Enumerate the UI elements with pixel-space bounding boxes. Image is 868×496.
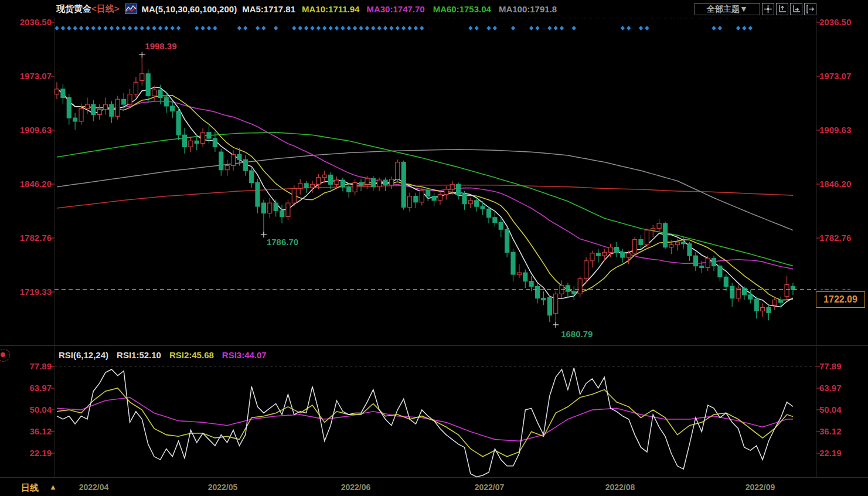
event-dot[interactable] <box>414 26 418 30</box>
event-dot[interactable] <box>639 26 643 30</box>
event-dot[interactable] <box>529 26 533 30</box>
event-dot[interactable] <box>110 26 114 30</box>
candle-down[interactable] <box>529 281 533 287</box>
event-dot[interactable] <box>401 26 406 30</box>
event-dot[interactable] <box>171 26 175 30</box>
event-dot[interactable] <box>554 26 558 30</box>
event-dot[interactable] <box>407 26 411 30</box>
event-dot[interactable] <box>298 26 302 30</box>
candle-up[interactable] <box>438 195 442 201</box>
candle-down[interactable] <box>724 277 728 286</box>
candle-down[interactable] <box>596 253 600 256</box>
candle-down[interactable] <box>91 104 96 114</box>
candle-up[interactable] <box>657 223 661 229</box>
candle-down[interactable] <box>329 175 333 184</box>
event-dot[interactable] <box>67 26 71 30</box>
candle-down[interactable] <box>426 191 430 196</box>
candle-down[interactable] <box>237 155 241 160</box>
candle-down[interactable] <box>146 74 150 96</box>
event-dot[interactable] <box>158 26 162 30</box>
candle-up[interactable] <box>134 82 138 94</box>
candle-up[interactable] <box>444 189 448 195</box>
candle-down[interactable] <box>682 242 686 244</box>
candle-up[interactable] <box>633 240 637 253</box>
candle-down[interactable] <box>523 273 527 281</box>
candle-down[interactable] <box>499 223 503 230</box>
event-dot[interactable] <box>195 26 199 30</box>
event-dot[interactable] <box>322 26 326 30</box>
candle-up[interactable] <box>675 242 679 244</box>
event-dot[interactable] <box>353 26 357 30</box>
candle-up[interactable] <box>608 247 612 253</box>
candle-up[interactable] <box>627 253 631 257</box>
event-dot[interactable] <box>79 26 83 30</box>
candle-up[interactable] <box>335 180 339 184</box>
event-dot[interactable] <box>329 26 333 30</box>
candle-down[interactable] <box>566 286 570 291</box>
event-dot[interactable] <box>213 26 217 30</box>
candle-down[interactable] <box>542 298 546 300</box>
candle-down[interactable] <box>67 97 71 118</box>
candle-down[interactable] <box>718 266 722 277</box>
candle-down[interactable] <box>213 138 217 147</box>
period-tab[interactable]: 日线 <box>21 483 39 494</box>
candle-up[interactable] <box>396 162 400 179</box>
event-dot[interactable] <box>511 26 515 30</box>
chart-canvas[interactable] <box>0 0 868 496</box>
event-dot[interactable] <box>371 26 375 30</box>
candle-down[interactable] <box>359 182 363 184</box>
candle-down[interactable] <box>243 159 247 171</box>
candle-down[interactable] <box>256 182 260 206</box>
candle-down[interactable] <box>572 291 576 294</box>
candle-down[interactable] <box>621 252 625 257</box>
candle-down[interactable] <box>110 104 114 116</box>
candle-up[interactable] <box>389 179 393 185</box>
event-dot[interactable] <box>103 26 107 30</box>
candle-up[interactable] <box>140 74 144 81</box>
event-dot[interactable] <box>396 26 400 30</box>
candle-down[interactable] <box>639 240 643 245</box>
candle-up[interactable] <box>772 300 777 305</box>
event-dot[interactable] <box>73 26 77 30</box>
candle-down[interactable] <box>712 259 716 266</box>
event-dot[interactable] <box>383 26 387 30</box>
candle-up[interactable] <box>651 229 655 230</box>
event-dot[interactable] <box>304 26 308 30</box>
candle-down[interactable] <box>457 184 461 194</box>
period-expand-arrow-icon[interactable]: ▲ <box>49 483 57 491</box>
candle-down[interactable] <box>183 135 187 147</box>
candle-down[interactable] <box>748 295 753 299</box>
event-dot[interactable] <box>389 26 393 30</box>
candle-up[interactable] <box>97 110 101 115</box>
candle-up[interactable] <box>189 141 193 147</box>
candle-up[interactable] <box>85 104 89 108</box>
candle-down[interactable] <box>341 180 345 187</box>
candle-up[interactable] <box>645 230 649 245</box>
event-dot[interactable] <box>748 26 753 30</box>
candle-down[interactable] <box>383 180 387 185</box>
candle-down[interactable] <box>176 111 181 135</box>
candle-down[interactable] <box>371 178 375 187</box>
candle-up[interactable] <box>152 90 156 96</box>
candle-down[interactable] <box>158 90 162 97</box>
candle-down[interactable] <box>164 97 168 106</box>
candle-down[interactable] <box>663 223 668 247</box>
candle-up[interactable] <box>316 178 321 185</box>
candle-up[interactable] <box>115 99 120 116</box>
event-dot[interactable] <box>547 26 552 30</box>
event-dot[interactable] <box>237 26 241 30</box>
event-dot[interactable] <box>736 26 740 30</box>
event-dot[interactable] <box>55 26 59 30</box>
candle-up[interactable] <box>450 184 454 189</box>
candle-down[interactable] <box>401 162 406 208</box>
candle-up[interactable] <box>590 253 594 261</box>
candle-down[interactable] <box>779 300 783 303</box>
candle-up[interactable] <box>298 184 302 189</box>
candle-up[interactable] <box>669 244 673 247</box>
candle-down[interactable] <box>536 286 540 298</box>
candle-down[interactable] <box>505 229 509 252</box>
candle-down[interactable] <box>493 218 497 223</box>
event-dot[interactable] <box>115 26 120 30</box>
candle-up[interactable] <box>55 89 59 94</box>
candle-down[interactable] <box>61 89 65 98</box>
